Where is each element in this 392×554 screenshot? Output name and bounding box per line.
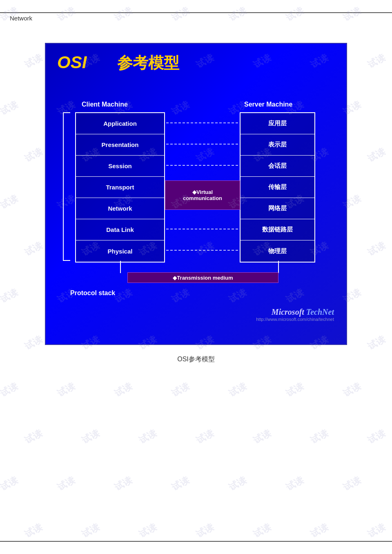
ms-url-text: http://www.microsoft.com/china/technet [256, 317, 334, 322]
osi-subtitle: 参考模型 [117, 53, 179, 73]
server-layer-session: 会话层 [241, 156, 314, 177]
layer-transport: Transport [76, 177, 164, 198]
microsoft-text: Microsoft [272, 307, 304, 316]
server-layer-network: 网络层 [241, 198, 314, 219]
layer-datalink: Data Link [76, 219, 164, 240]
layer-physical: Physical [76, 240, 164, 262]
client-layers-box: Application Presentation Session Transpo… [75, 112, 165, 263]
diagram-caption: OSI参考模型 [0, 355, 392, 364]
client-machine-label: Client Machine [82, 101, 128, 108]
ms-technet-text: Microsoft TechNet [272, 307, 334, 316]
top-border [0, 12, 392, 13]
server-layer-application: 应用层 [241, 113, 314, 134]
ms-technet-logo: Microsoft TechNet http://www.microsoft.c… [256, 307, 334, 322]
server-layers-box: 应用层 表示层 会话层 传输层 网络层 数据链路层 物理层 [240, 112, 315, 263]
bottom-border [0, 541, 392, 542]
diagram-container: OSI 参考模型 Client Machine Server Machine A… [45, 43, 347, 345]
server-layer-datalink: 数据链路层 [241, 219, 314, 240]
transmission-label: ◆Transmission medium [173, 275, 233, 281]
virtual-comm-label: ◆Virtual communication [183, 189, 222, 201]
layer-network: Network [76, 198, 164, 219]
server-layer-transport: 传输层 [241, 177, 314, 198]
protocol-bracket [63, 112, 70, 261]
layer-presentation: Presentation [76, 134, 164, 156]
transmission-medium-bar: ◆Transmission medium [127, 272, 278, 283]
virtual-comm-box: ◆Virtual communication [165, 180, 240, 210]
protocol-stack-label: Protocol stack [70, 289, 115, 297]
technet-text: TechNet [304, 307, 334, 316]
layer-session: Session [76, 156, 164, 177]
server-layer-physical: 物理层 [241, 240, 314, 262]
server-machine-label: Server Machine [244, 101, 292, 108]
header-title: Network [10, 15, 32, 22]
layer-application: Application [76, 113, 164, 134]
vert-line-left [120, 261, 121, 273]
vert-line-right [278, 261, 279, 273]
osi-title: OSI [57, 53, 87, 72]
server-layer-presentation: 表示层 [241, 134, 314, 156]
